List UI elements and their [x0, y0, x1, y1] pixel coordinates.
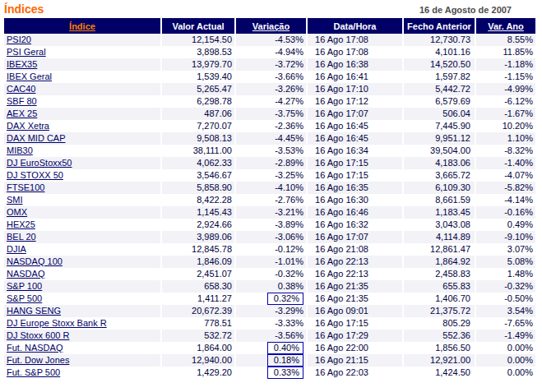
index-link[interactable]: DJ Stoxx 600 R: [7, 330, 69, 340]
valor-actual-cell: 778.51: [162, 317, 234, 330]
valor-actual-cell: 3,989.06: [162, 231, 234, 243]
index-link[interactable]: MIB30: [7, 145, 33, 155]
header-var-ano: Var. Ano: [476, 18, 535, 34]
fecho-anterior-cell: 3,665.72: [404, 169, 475, 182]
header-var-ano-sort-link[interactable]: Var. Ano: [488, 21, 524, 31]
indices-table: Índice Valor Actual Variação Data/Hora F…: [2, 18, 537, 379]
fecho-anterior-cell: 7,445.90: [404, 120, 475, 132]
index-name-cell: CAC40: [4, 83, 160, 95]
valor-actual-cell: 1,429.20: [162, 367, 234, 379]
variacao-cell: -2.36%: [236, 120, 306, 132]
fecho-anterior-cell: 6,579.69: [404, 95, 475, 108]
variacao-cell: -0.12%: [236, 243, 306, 256]
var-ano-cell: -6.12%: [476, 95, 535, 108]
valor-actual-cell: 2,924.66: [162, 219, 234, 231]
variacao-cell: 0.32%: [236, 293, 306, 305]
variacao-highlight-box: 0.40%: [267, 342, 303, 354]
fecho-anterior-cell: 5,442.72: [404, 83, 475, 95]
data-hora-cell: 16 Ago 17:07: [308, 108, 402, 120]
data-hora-cell: 16 Ago 22:13: [308, 256, 402, 268]
table-row: NASDAQ 1001,846.09-1.01%16 Ago 22:131,86…: [4, 256, 535, 268]
index-link[interactable]: IBEX35: [7, 59, 37, 69]
index-link[interactable]: BEL 20: [7, 232, 36, 242]
var-ano-cell: 1.48%: [476, 268, 535, 280]
index-link[interactable]: SMI: [7, 195, 23, 205]
var-ano-cell: 5.08%: [476, 256, 535, 268]
index-link[interactable]: Fut. Dow Jones: [7, 355, 69, 365]
data-hora-cell: 16 Ago 17:15: [308, 169, 402, 182]
table-row: BEL 203,989.06-3.06%16 Ago 17:074,114.89…: [4, 231, 535, 243]
index-link[interactable]: NASDAQ 100: [7, 256, 63, 266]
valor-actual-cell: 13,979.70: [162, 58, 234, 71]
valor-actual-cell: 1,864.00: [162, 342, 234, 354]
table-row: MIB3038,111.00-3.53%16 Ago 16:3439,504.0…: [4, 145, 535, 157]
index-link[interactable]: SBF 80: [7, 96, 37, 106]
index-name-cell: Fut. NASDAQ: [4, 342, 160, 354]
index-link[interactable]: FTSE100: [7, 182, 44, 192]
data-hora-cell: 16 Ago 16:45: [308, 120, 402, 132]
index-link[interactable]: DJ STOXX 50: [7, 170, 63, 180]
index-link[interactable]: DJ Europe Stoxx Bank R: [7, 318, 107, 328]
page-title: Índices: [4, 2, 44, 16]
index-link[interactable]: NASDAQ: [7, 269, 44, 279]
data-hora-cell: 16 Ago 17:15: [308, 157, 402, 169]
data-hora-cell: 16 Ago 17:08: [308, 34, 402, 46]
index-link[interactable]: DJ EuroStoxx50: [7, 158, 72, 168]
fecho-anterior-cell: 805.29: [404, 317, 475, 330]
valor-actual-cell: 12,940.00: [162, 354, 234, 367]
index-link[interactable]: S&P 500: [7, 293, 42, 303]
index-link[interactable]: HEX25: [7, 219, 35, 229]
index-link[interactable]: IBEX Geral: [7, 71, 52, 81]
variacao-cell: -4.10%: [236, 182, 306, 194]
var-ano-cell: -0.32%: [476, 280, 535, 293]
fecho-anterior-cell: 1,864.92: [404, 256, 475, 268]
var-ano-cell: -0.16%: [476, 206, 535, 219]
var-ano-cell: -7.65%: [476, 317, 535, 330]
fecho-anterior-cell: 552.36: [404, 330, 475, 342]
index-name-cell: PSI Geral: [4, 46, 160, 58]
indices-table-body: PSI2012,154.50-4.53%16 Ago 17:0812,730.7…: [4, 34, 535, 379]
index-link[interactable]: Fut. S&P 500: [7, 367, 60, 377]
header-indice-sort-link[interactable]: Índice: [69, 21, 95, 31]
index-link[interactable]: PSI Geral: [7, 47, 46, 57]
index-link[interactable]: DJIA: [7, 244, 26, 254]
valor-actual-cell: 3,898.53: [162, 46, 234, 58]
index-name-cell: DJ Europe Stoxx Bank R: [4, 317, 160, 330]
header-variacao: Variação: [236, 18, 306, 34]
var-ano-cell: -8.32%: [476, 145, 535, 157]
index-link[interactable]: HANG SENG: [7, 306, 61, 316]
valor-actual-cell: 9,508.13: [162, 132, 234, 145]
var-ano-cell: -1.67%: [476, 108, 535, 120]
index-link[interactable]: S&P 100: [7, 281, 42, 291]
header-variacao-sort-link[interactable]: Variação: [252, 21, 290, 31]
index-link[interactable]: CAC40: [7, 84, 35, 94]
valor-actual-cell: 2,451.07: [162, 268, 234, 280]
valor-actual-cell: 1,411.27: [162, 293, 234, 305]
var-ano-cell: -1.40%: [476, 157, 535, 169]
var-ano-cell: -5.82%: [476, 182, 535, 194]
index-link[interactable]: AEX 25: [7, 108, 37, 118]
valor-actual-cell: 4,062.33: [162, 157, 234, 169]
var-ano-cell: 0.00%: [476, 367, 535, 379]
var-ano-cell: -4.99%: [476, 83, 535, 95]
data-hora-cell: 16 Ago 16:41: [308, 71, 402, 83]
fecho-anterior-cell: 1,406.70: [404, 293, 475, 305]
index-name-cell: MIB30: [4, 145, 160, 157]
table-row: DAX Xetra7,270.07-2.36%16 Ago 16:457,445…: [4, 120, 535, 132]
index-link[interactable]: OMX: [7, 207, 27, 217]
index-link[interactable]: Fut. NASDAQ: [7, 343, 63, 353]
valor-actual-cell: 12,845.78: [162, 243, 234, 256]
index-link[interactable]: DAX Xetra: [7, 121, 49, 131]
fecho-anterior-cell: 3,043.08: [404, 219, 475, 231]
fecho-anterior-cell: 12,730.73: [404, 34, 475, 46]
variacao-cell: -3.26%: [236, 83, 306, 95]
valor-actual-cell: 7,270.07: [162, 120, 234, 132]
fecho-anterior-cell: 506.04: [404, 108, 475, 120]
fecho-anterior-cell: 2,458.83: [404, 268, 475, 280]
index-name-cell: DJIA: [4, 243, 160, 256]
fecho-anterior-cell: 1,856.50: [404, 342, 475, 354]
index-link[interactable]: PSI20: [7, 35, 31, 44]
index-name-cell: BEL 20: [4, 231, 160, 243]
variacao-cell: -3.56%: [236, 330, 306, 342]
index-link[interactable]: DAX MID CAP: [7, 133, 66, 143]
